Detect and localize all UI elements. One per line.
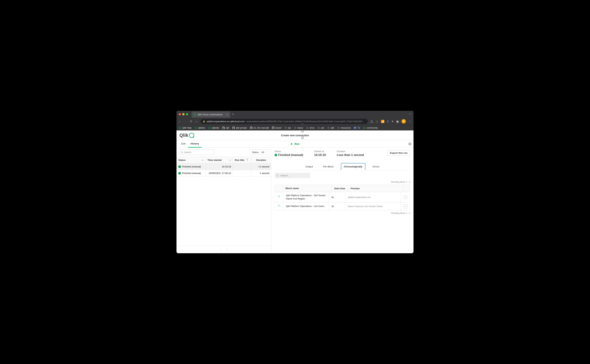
svg-line-15 — [182, 153, 183, 153]
tab-output[interactable]: Output — [303, 163, 316, 170]
maximize-window-button[interactable] — [186, 113, 188, 115]
row-duration: <1 second — [258, 165, 269, 168]
prev-page-button[interactable]: ‹ — [220, 248, 221, 251]
url-domain: platformoperations.eu.qlikcloud.com — [207, 120, 245, 123]
tab-history[interactable]: History — [188, 140, 202, 148]
block-search-input[interactable]: Search... — [275, 173, 310, 178]
minimize-window-button[interactable] — [182, 113, 185, 115]
extensions-icon[interactable]: ✦ — [391, 120, 394, 123]
run-summary: Status ✓Finished (manual) Started at 14:… — [271, 148, 413, 159]
editor-toolbar: Edit History Run — [177, 140, 413, 148]
tab-edit[interactable]: Edit — [179, 140, 188, 148]
col-time-started[interactable]: Time started▲▼ — [206, 157, 233, 163]
block-table-header: Block name Start time Preview — [275, 185, 410, 192]
col-run-title[interactable]: Run title — [233, 157, 251, 163]
chrome-menu-icon[interactable]: ⋮ — [408, 120, 411, 123]
reload-button[interactable]: ⟳ — [190, 120, 192, 123]
traffic-lights — [179, 113, 188, 115]
col-preview[interactable]: Preview — [348, 185, 404, 192]
sidepanel-icon[interactable]: ▣ — [396, 120, 399, 123]
back-button[interactable]: ← — [179, 120, 182, 123]
row-status: Finished (manual) — [182, 165, 201, 168]
history-row[interactable]: ✓Finished (manual)15/05/2023, 17:40:101 … — [177, 170, 271, 176]
qlik-logo[interactable]: Qlik — [179, 132, 194, 138]
status-filter-dropdown[interactable]: Status: All — [250, 150, 269, 155]
notifications-icon[interactable] — [301, 130, 304, 133]
search-input[interactable]: Search — [179, 150, 214, 155]
bookmark-label: Qlik Help — [182, 127, 192, 129]
settings-icon[interactable] — [408, 143, 411, 145]
app-header: Qlik Create new connection DC — [177, 130, 413, 140]
col-start-time[interactable]: Start time — [332, 185, 348, 192]
bookmark-item[interactable]: Qlik Help — [179, 127, 192, 129]
help-icon[interactable] — [301, 123, 304, 126]
status-label: Status — [275, 150, 303, 153]
tab-chronologically[interactable]: Chronologically — [341, 163, 365, 170]
tabs-menu-icon[interactable] — [409, 113, 411, 116]
browser-tab[interactable]: Qlik Cloud | Automations ✕ — [192, 111, 230, 118]
page-title: Create new connection — [281, 134, 309, 137]
svg-point-9 — [301, 138, 302, 139]
sort-icon: ▲▼ — [202, 159, 204, 161]
col-duration[interactable]: Duration — [251, 157, 271, 163]
svg-point-14 — [181, 151, 182, 153]
expand-row-button[interactable] — [404, 195, 407, 199]
block-start-time: 0s — [329, 192, 345, 202]
block-table: Block name Start time Preview Qlik Platf… — [275, 185, 410, 210]
qlik-block-icon — [277, 195, 281, 199]
block-row: Qlik Platform Operations - Get Tenant Na… — [275, 192, 410, 202]
star-icon[interactable]: ☆ — [376, 120, 378, 123]
svg-point-1 — [301, 123, 304, 126]
extension-r-icon[interactable]: R — [387, 120, 389, 123]
svg-point-13 — [410, 143, 410, 144]
url-path: /automations/editor/859fc090-f33e-11ed-b… — [246, 120, 365, 123]
filter-icon[interactable] — [246, 159, 248, 161]
run-button[interactable]: Run — [291, 143, 299, 145]
block-start-time: 0s — [329, 203, 345, 210]
share-icon[interactable] — [370, 120, 373, 123]
col-status[interactable]: Status▲▼ — [177, 157, 206, 163]
home-button[interactable]: ⌂ — [195, 120, 198, 123]
duration-value: Less than 1 second — [337, 153, 364, 157]
new-tab-button[interactable]: + — [232, 112, 234, 116]
block-name: Qlik Platform Operations - Get Tenant Na… — [283, 192, 329, 202]
row-time: 14:15:19 — [222, 165, 231, 168]
svg-point-17 — [277, 175, 278, 176]
app-body: Search Status: All Status▲▼ Time started… — [177, 148, 413, 253]
titlebar: Qlik Cloud | Automations ✕ + — [177, 111, 413, 118]
tab-title: Qlik Cloud | Automations — [198, 113, 223, 116]
status-filter-label: Status: — [252, 151, 259, 154]
col-icon — [275, 185, 283, 192]
forward-button[interactable]: → — [184, 120, 187, 123]
status-check-icon: ✓ — [275, 154, 277, 156]
browser-window: Qlik Cloud | Automations ✕ + ← → ⟳ ⌂ 🔒 p… — [177, 111, 413, 253]
run-detail-panel: Status ✓Finished (manual) Started at 14:… — [271, 148, 413, 253]
run-label: Run — [294, 143, 299, 145]
row-duration: 1 second — [260, 172, 269, 175]
close-window-button[interactable] — [179, 113, 181, 115]
block-row: Qlik Platform Operations - List Users0sD… — [275, 203, 410, 210]
status-check-icon: ✓ — [178, 172, 181, 175]
status-value: Finished (manual) — [278, 153, 303, 157]
duration-label: Duration — [337, 150, 364, 153]
svg-line-18 — [278, 176, 279, 176]
close-tab-icon[interactable]: ✕ — [226, 113, 228, 116]
tab-errors[interactable]: Errors — [370, 163, 382, 170]
chevron-down-icon — [265, 151, 267, 153]
search-placeholder: Search — [184, 151, 192, 154]
col-expand — [404, 185, 410, 192]
col-block-name[interactable]: Block name — [283, 185, 332, 192]
block-preview: platformoperations.eu — [345, 192, 401, 202]
expand-row-button[interactable] — [404, 204, 407, 208]
history-row[interactable]: ✓Finished (manual)14:15:19<1 second — [177, 163, 271, 170]
tab-per-block[interactable]: Per Block — [320, 163, 337, 170]
qlik-favicon-icon — [194, 113, 196, 116]
row-status: Finished (manual) — [182, 172, 201, 175]
rss-icon[interactable]: 📶 — [381, 120, 384, 123]
search-icon — [276, 174, 279, 177]
export-run-button[interactable]: Export this run — [387, 150, 410, 156]
svg-point-6 — [301, 137, 302, 138]
next-page-button[interactable]: › — [227, 248, 227, 251]
qlik-q-icon — [189, 133, 194, 138]
status-check-icon: ✓ — [178, 165, 181, 168]
